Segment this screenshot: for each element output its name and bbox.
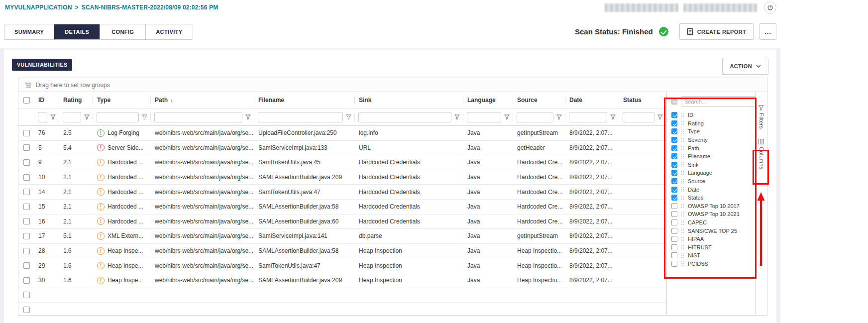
side-tab-filters[interactable]: Filters [759,105,764,129]
column-filter-icon[interactable] [50,114,56,120]
drag-grip-icon[interactable] [680,253,685,258]
drag-grip-icon[interactable] [680,187,685,192]
column-toggle-capec[interactable]: CAPEC [671,218,751,227]
column-toggle-checkbox[interactable] [671,244,677,250]
column-toggle-checkbox[interactable] [671,145,677,151]
column-header-date[interactable]: Date [565,92,619,108]
column-toggle-owasp-top-10-2017[interactable]: OWASP Top 10 2017 [671,202,751,211]
column-toggle-source[interactable]: Source [671,177,751,186]
row-checkbox[interactable] [23,144,30,151]
column-toggle-type[interactable]: Type [671,127,751,136]
table-row[interactable]: 301.6!Heap Inspe...web/nibrs-web/src/mai… [18,273,666,288]
filter-input-sink[interactable] [358,112,451,122]
filter-input-filename[interactable] [258,112,343,122]
table-row[interactable]: 102.1!Hardcoded ...web/nibrs-web/src/mai… [18,170,666,185]
row-checkbox[interactable] [23,189,30,195]
column-toggle-sans-cwe-top-25[interactable]: SANS/CWE TOP 25 [671,226,751,235]
drag-grip-icon[interactable] [680,129,685,134]
column-filter-icon[interactable] [504,114,510,120]
row-checkbox[interactable] [23,159,30,166]
drag-grip-icon[interactable] [680,228,685,233]
row-checkbox[interactable] [23,277,30,284]
select-all-checkbox[interactable] [23,97,30,104]
column-toggle-nist[interactable]: NIST [671,251,751,260]
drag-grip-icon[interactable] [680,162,685,167]
tab-activity[interactable]: ACTIVITY [146,24,192,39]
table-row[interactable]: 55.4!Server Side...web/nibrs-web/src/mai… [18,141,666,156]
column-toggle-checkbox[interactable] [671,195,677,201]
columns-search-input[interactable] [681,96,759,107]
logout-button[interactable] [764,1,776,14]
row-checkbox[interactable] [23,233,30,239]
column-toggle-owasp-top-10-2021[interactable]: OWASP Top 10 2021 [671,210,751,218]
column-filter-icon[interactable] [245,114,251,120]
row-checkbox[interactable] [23,307,30,313]
column-toggle-checkbox[interactable] [671,203,677,209]
filter-input-rating[interactable] [63,112,81,122]
column-toggle-path[interactable]: Path [671,144,751,152]
column-toggle-sink[interactable]: Sink [671,161,751,169]
drag-grip-icon[interactable] [680,261,685,266]
column-toggle-language[interactable]: Language [671,169,751,177]
tab-details[interactable]: DETAILS [54,24,100,39]
column-header-id[interactable]: ID [34,92,59,108]
table-row[interactable]: 142.1!Hardcoded ...web/nibrs-web/src/mai… [18,185,666,200]
table-row[interactable]: 281.6!Heap Inspe...web/nibrs-web/src/mai… [18,244,666,259]
column-filter-icon[interactable] [556,114,562,120]
column-toggle-pcidss[interactable]: PCIDSS [671,260,751,268]
table-row-partial[interactable] [18,288,666,303]
filter-input-path[interactable] [154,112,242,122]
side-tab-columns[interactable]: Columns [759,139,764,170]
column-header-status[interactable]: Status [619,92,666,108]
column-toggle-checkbox[interactable] [671,211,677,217]
row-checkbox[interactable] [23,292,30,298]
row-checkbox[interactable] [23,262,30,269]
drag-grip-icon[interactable] [680,154,685,159]
table-row[interactable]: 162.1!Hardcoded ...web/nibrs-web/src/mai… [18,215,666,229]
column-toggle-checkbox[interactable] [671,228,677,234]
drag-grip-icon[interactable] [680,112,685,118]
drag-grip-icon[interactable] [680,220,685,225]
column-toggle-checkbox[interactable] [671,120,677,126]
drag-grip-icon[interactable] [680,212,685,217]
row-checkbox[interactable] [23,204,30,210]
column-toggle-checkbox[interactable] [671,128,677,134]
tab-config[interactable]: CONFIG [100,24,146,39]
tab-summary[interactable]: SUMMARY [4,24,54,39]
row-checkbox[interactable] [23,248,30,254]
column-toggle-checkbox[interactable] [671,153,677,159]
column-filter-icon[interactable] [610,114,616,120]
column-toggle-status[interactable]: Status [671,194,751,202]
toggle-all-columns-checkbox[interactable] [671,99,677,105]
create-report-button[interactable]: CREATE REPORT [679,23,754,40]
filter-input-date[interactable] [569,112,607,122]
drag-grip-icon[interactable] [680,179,685,184]
column-toggle-checkbox[interactable] [671,236,677,242]
column-filter-icon[interactable] [142,114,147,120]
row-checkbox[interactable] [23,130,30,136]
column-header-language[interactable]: Language [463,92,513,108]
filter-input-type[interactable] [97,112,139,122]
column-header-type[interactable]: Type [93,92,151,108]
column-filter-icon[interactable] [657,114,663,120]
more-options-button[interactable]: ... [760,23,776,40]
column-toggle-date[interactable]: Date [671,185,751,194]
breadcrumb-app[interactable]: MYVULNAPPLICATION [5,4,72,11]
column-toggle-severity[interactable]: Severity [671,136,751,144]
column-toggle-hitrust[interactable]: HITRUST [671,243,751,252]
drag-grip-icon[interactable] [680,236,685,242]
drag-grip-icon[interactable] [680,203,685,209]
filter-input-language[interactable] [467,112,501,122]
column-toggle-filename[interactable]: Filename [671,152,751,161]
column-toggle-checkbox[interactable] [671,162,677,168]
column-toggle-id[interactable]: ID [671,111,751,119]
drag-grip-icon[interactable] [680,145,685,151]
column-toggle-checkbox[interactable] [671,219,677,225]
column-toggle-checkbox[interactable] [671,261,677,267]
column-filter-icon[interactable] [346,114,351,120]
column-toggle-hipaa[interactable]: HIPAA [671,235,751,243]
drag-grip-icon[interactable] [680,170,685,176]
filter-input-source[interactable] [517,112,553,122]
filter-input-status[interactable] [623,112,654,122]
column-toggle-checkbox[interactable] [671,112,677,118]
